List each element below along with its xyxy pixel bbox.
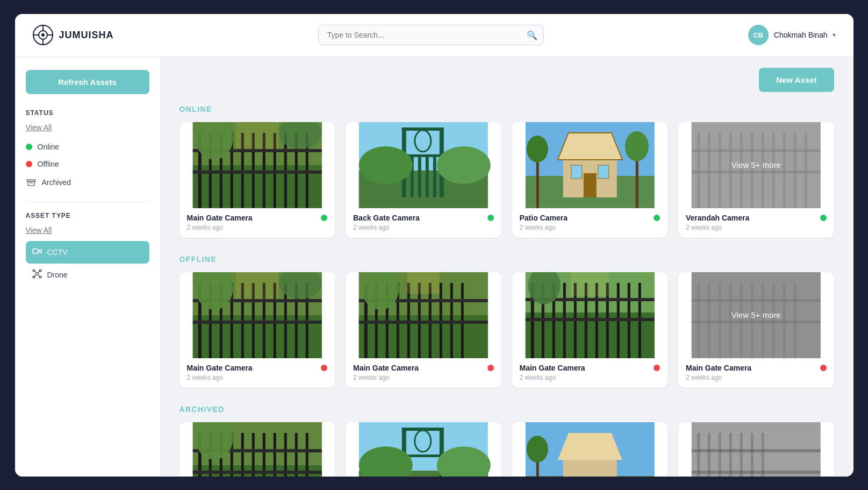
asset-info-off-3: Main Gate Camera 2 weeks ago xyxy=(512,358,668,388)
status-dot-off-1 xyxy=(321,365,327,371)
asset-card-back-gate[interactable]: Back Gate Camera 2 weeks ago xyxy=(346,122,501,238)
user-name: Chokmah Binah xyxy=(774,31,828,39)
status-dot-2 xyxy=(487,215,494,221)
online-asset-grid: Main Gate Camera 2 weeks ago xyxy=(180,122,834,238)
asset-thumb-arch-4 xyxy=(678,422,834,477)
asset-name-row-4: Verandah Camera xyxy=(686,214,827,222)
asset-card-offline-3[interactable]: Main Gate Camera 2 weeks ago xyxy=(512,272,668,388)
svg-rect-190 xyxy=(692,471,821,474)
patio-image-3 xyxy=(512,122,668,208)
asset-thumb-off-1 xyxy=(180,272,335,358)
svg-point-50 xyxy=(359,146,413,184)
svg-rect-162 xyxy=(305,433,308,477)
svg-text:View  5+ more: View 5+ more xyxy=(731,310,781,319)
asset-card-archived-3[interactable] xyxy=(512,422,668,477)
svg-rect-58 xyxy=(598,165,608,179)
search-bar: 🔍 xyxy=(318,25,544,45)
fence-image-arch-4 xyxy=(678,422,834,477)
asset-card-archived-2[interactable] xyxy=(346,422,501,477)
svg-rect-98 xyxy=(235,272,278,299)
asset-thumb-arch-1 xyxy=(180,422,335,477)
asset-card-archived-4[interactable] xyxy=(678,422,834,477)
status-online-item[interactable]: Online xyxy=(26,138,149,155)
svg-rect-95 xyxy=(192,321,321,324)
asset-time-off-3: 2 weeks ago xyxy=(520,374,661,381)
svg-rect-184 xyxy=(719,433,721,477)
svg-rect-185 xyxy=(729,433,732,477)
svg-rect-131 xyxy=(525,318,654,321)
logo-icon xyxy=(32,24,54,46)
asset-card-archived-1[interactable] xyxy=(180,422,335,477)
asset-name-row-off-2: Main Gate Camera xyxy=(353,364,494,372)
asset-card-patio[interactable]: Patio Camera 2 weeks ago xyxy=(512,122,668,238)
search-input[interactable] xyxy=(318,25,544,45)
asset-name-4: Verandah Camera xyxy=(686,214,749,222)
asset-thumb-4: View 5+ more xyxy=(678,122,834,208)
asset-thumb-arch-3 xyxy=(512,422,668,477)
offline-label: Offline xyxy=(38,160,59,168)
fence-image-arch-3 xyxy=(512,422,668,477)
logo-area: JUMUISHA xyxy=(32,24,114,46)
asset-card-verandah[interactable]: View 5+ more Verandah Camera 2 weeks ago xyxy=(678,122,834,238)
asset-name-row-2: Back Gate Camera xyxy=(353,214,494,222)
online-section-title: ONLINE xyxy=(180,105,834,113)
logo-text: JUMUISHA xyxy=(59,30,114,41)
svg-point-63 xyxy=(625,131,648,161)
drone-icon xyxy=(32,269,42,281)
status-section-title: STATUS xyxy=(26,109,149,117)
chevron-down-icon: ▾ xyxy=(833,31,836,39)
svg-rect-161 xyxy=(295,433,297,477)
fence-image-off-2 xyxy=(346,272,501,358)
user-area[interactable]: CB Chokmah Binah ▾ xyxy=(748,25,836,45)
asset-name-row-off-3: Main Gate Camera xyxy=(520,364,661,372)
asset-type-drone[interactable]: Drone xyxy=(26,264,149,286)
svg-rect-113 xyxy=(359,321,488,324)
asset-card-main-gate-online[interactable]: Main Gate Camera 2 weeks ago xyxy=(180,122,335,238)
asset-name-row-1: Main Gate Camera xyxy=(187,214,328,222)
svg-rect-38 xyxy=(235,122,278,149)
svg-rect-178 xyxy=(563,460,616,477)
asset-time-4: 2 weeks ago xyxy=(686,224,827,231)
svg-rect-159 xyxy=(273,433,276,477)
search-icon: 🔍 xyxy=(527,30,537,40)
asset-time-3: 2 weeks ago xyxy=(520,224,661,231)
asset-time-1: 2 weeks ago xyxy=(187,224,328,231)
fence-image-arch-2 xyxy=(346,422,501,477)
svg-rect-115 xyxy=(407,272,440,294)
gate-image-2 xyxy=(346,122,501,208)
asset-info-1: Main Gate Camera 2 weeks ago xyxy=(180,208,335,238)
status-dot-off-2 xyxy=(487,365,494,371)
new-asset-button[interactable]: New Asset xyxy=(759,68,834,92)
svg-rect-183 xyxy=(708,433,711,477)
asset-info-off-4: Main Gate Camera 2 weeks ago xyxy=(678,358,834,388)
asset-time-off-2: 2 weeks ago xyxy=(353,374,494,381)
archived-section-title: ARCHIVED xyxy=(180,405,834,414)
asset-type-cctv[interactable]: CCTV xyxy=(26,241,149,264)
asset-info-off-2: Main Gate Camera 2 weeks ago xyxy=(346,358,501,388)
asset-name-off-1: Main Gate Camera xyxy=(187,364,253,372)
asset-card-offline-2[interactable]: Main Gate Camera 2 weeks ago xyxy=(346,272,501,388)
fence-image-arch-1 xyxy=(180,422,335,477)
asset-card-offline-1[interactable]: Main Gate Camera 2 weeks ago xyxy=(180,272,335,388)
svg-rect-156 xyxy=(241,433,243,477)
svg-point-61 xyxy=(526,136,548,162)
cctv-icon xyxy=(32,246,42,258)
app-window: JUMUISHA 🔍 CB Chokmah Binah ▾ Refresh As… xyxy=(15,14,853,477)
offline-dot-icon xyxy=(26,161,32,167)
asset-name-row-3: Patio Camera xyxy=(520,214,661,222)
status-dot-off-4 xyxy=(820,365,827,371)
svg-rect-189 xyxy=(692,449,821,452)
view-all-status-link[interactable]: View All xyxy=(26,123,149,132)
svg-rect-59 xyxy=(583,173,596,197)
svg-rect-187 xyxy=(751,433,754,477)
refresh-assets-button[interactable]: Refresh Assets xyxy=(26,70,149,94)
svg-rect-57 xyxy=(571,165,582,179)
view-all-asset-link[interactable]: View All xyxy=(26,226,149,235)
main-content: New Asset ONLINE xyxy=(160,57,853,477)
svg-rect-10 xyxy=(33,249,38,253)
status-offline-item[interactable]: Offline xyxy=(26,155,149,173)
svg-text:View  5+ more: View 5+ more xyxy=(731,160,781,169)
asset-type-section-title: ASSET TYPE xyxy=(26,212,149,219)
status-archived-item[interactable]: Archived xyxy=(26,173,149,192)
asset-card-offline-4[interactable]: View 5+ more Main Gate Camera 2 weeks ag… xyxy=(678,272,834,388)
